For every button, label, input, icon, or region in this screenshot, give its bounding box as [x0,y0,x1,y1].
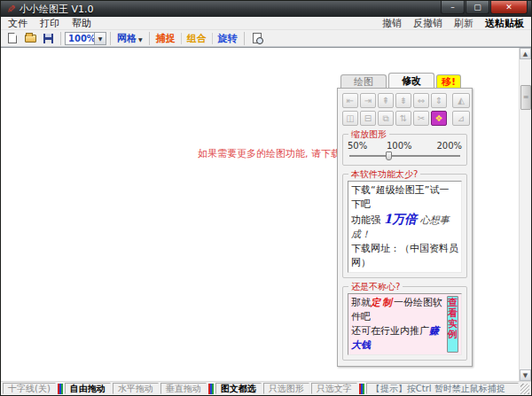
flip-horizontal-icon[interactable]: ⇔ [413,93,429,108]
view-examples-button[interactable]: 查看实例 [447,296,458,353]
align-bottom-icon[interactable]: ⇟ [395,93,411,108]
custom-text-box: 那就定制一份绘图软件吧 还可在行业内推广赚大钱 查看实例 [348,293,462,355]
open-file-button[interactable] [22,31,38,45]
grid-button[interactable]: 网格▼ [117,32,143,45]
menu-redo[interactable]: 反撤销 [413,17,442,30]
status-select-text[interactable]: 只选文字 [311,383,357,394]
promo-highlight: 1万倍 [384,212,418,226]
status-bar: 十字线(关) 自由拖动 水平拖动 垂直拖动 图文都选 只选图形 只选文字 【提示… [1,381,531,395]
toolbar-separator [244,32,245,45]
scale-slider[interactable] [348,151,462,160]
save-floppy-icon [43,34,53,43]
close-button[interactable]: ✕ [490,1,528,14]
status-drag-free[interactable]: 自由拖动 [65,383,111,394]
vertical-scrollbar[interactable]: ▲ ▼ [519,48,531,381]
swap-order-icon[interactable]: ⇅ [395,111,411,126]
menu-undo[interactable]: 撤销 [382,17,402,30]
custom-highlight-red: 定制 [371,297,394,308]
new-file-icon [8,33,17,43]
menu-refresh[interactable]: 刷新 [454,17,473,30]
color-separator-icon [58,384,63,394]
align-right-icon[interactable]: ⇥ [360,93,376,108]
toolbar-separator [60,32,61,45]
modify-buttons: ⇤⇥⇞⇟⇔⇕ ◫⊟⧉⇅✂❖ ◭⊿ [342,93,467,126]
promo-groupbox: 本软件功能太少? 下载“超级绘图王”试一下吧 功能强 1万倍 心想事成！ 下载网… [342,174,467,278]
slider-thumb[interactable] [386,151,392,160]
custom-group-title: 还是不称心? [348,281,403,293]
title-bar: ✎ 小小绘图王 V1.0 – ▢ ✕ [1,1,531,17]
save-button[interactable] [40,31,56,45]
color-tool-icon[interactable]: ❖ [431,111,447,126]
new-file-button[interactable] [4,31,20,45]
capture-toggle-button[interactable]: 捕捉 [156,32,176,45]
flip-vertical-icon[interactable]: ⇕ [431,93,447,108]
combine-button[interactable]: 组合 [187,32,207,45]
toolbar-separator [110,32,111,45]
promo-text-box: 下载“超级绘图王”试一下吧 功能强 1万倍 心想事成！ 下载网址：（中国资料员网… [348,181,462,273]
status-message: 【提示】按Ctrl 暂时禁止鼠标捕捉 [366,383,519,394]
align-top-icon[interactable]: ⇞ [378,93,394,108]
menu-print[interactable]: 打印 [40,17,59,30]
app-window: ✎ 小小绘图王 V1.0 – ▢ ✕ 文件 打印 帮助 撤销 反撤销 刷新 送粘… [0,0,532,396]
promo-line1: 下载“超级绘图王”试一下吧 [351,183,458,212]
chevron-down-icon[interactable]: ▼ [94,33,106,44]
resize-grip-icon[interactable] [520,384,529,394]
tab-modify[interactable]: 修改 [388,73,434,88]
scale-groupbox: 缩放图形 50% 100% 200% [342,134,467,166]
color-separator-icon [208,384,214,394]
custom-line2: 还可在行业内推广赚大钱 [351,324,444,353]
print-preview-button[interactable] [249,31,265,45]
stretch-height-icon[interactable]: ⊟ [360,111,376,126]
toolbar-separator [181,33,182,44]
status-drag-vertical[interactable]: 垂直拖动 [160,383,207,394]
align-left-icon[interactable]: ⇤ [342,93,358,108]
toolbar-separator [149,32,150,45]
status-crosshair[interactable]: 十字线(关) [3,383,56,394]
rotate-angle-icon[interactable]: ◭ [452,93,470,108]
tab-move[interactable]: 移! [436,74,461,88]
skew-icon[interactable]: ⊿ [452,111,470,126]
toolbar-separator [212,33,213,44]
color-separator-icon [359,384,364,394]
zoom-combobox[interactable]: 100% ▼ [65,32,106,45]
panel-body: ⇤⇥⇞⇟⇔⇕ ◫⊟⧉⇅✂❖ ◭⊿ 缩放图形 50% 100% 200% [337,88,473,367]
drawing-canvas[interactable]: 如果需要更多的绘图功能, 请下载“超级绘图王” 绘图 修改 移! ⇤⇥⇞⇟⇔⇕ … [1,47,531,381]
promo-group-title: 本软件功能太少? [348,168,420,181]
status-select-shape[interactable]: 只选图形 [263,383,309,394]
custom-groupbox: 还是不称心? 那就定制一份绘图软件吧 还可在行业内推广赚大钱 查看实例 [342,286,467,361]
slider-track [349,155,460,157]
cut-icon[interactable]: ✂ [413,111,429,126]
zoom-value: 100% [66,34,94,43]
custom-line1: 那就定制一份绘图软件吧 [351,296,444,324]
menu-help[interactable]: 帮助 [72,17,91,30]
promo-line3: 下载网址：（中国资料员网） [351,242,458,270]
scroll-down-button[interactable]: ▼ [520,369,531,381]
app-pen-icon: ✎ [4,4,17,13]
chevron-down-icon: ▼ [138,36,143,43]
menu-file[interactable]: 文件 [8,17,27,30]
scroll-up-button[interactable]: ▲ [520,48,531,59]
minimize-button[interactable]: – [441,1,465,14]
rotate-button[interactable]: 旋转 [218,32,238,45]
print-preview-icon [253,33,262,43]
menu-send-clipboard[interactable]: 送粘贴板 [485,17,524,30]
scale-mid-label: 100% [387,141,436,151]
equal-size-icon[interactable]: ⧉ [378,111,394,126]
open-folder-icon [25,35,36,43]
scale-max-label: 200% [436,141,462,151]
status-drag-horizontal[interactable]: 水平拖动 [113,383,159,394]
scale-min-label: 50% [348,141,387,151]
status-select-both[interactable]: 图文都选 [215,383,262,394]
scrollbar-thumb[interactable] [520,85,531,110]
tab-draw[interactable]: 绘图 [340,74,387,88]
toolbar: 100% ▼ 网格▼ 捕捉 组合 旋转 [1,30,531,47]
stretch-width-icon[interactable]: ◫ [342,111,358,126]
promo-line2: 功能强 1万倍 心想事成！ [351,212,458,242]
panel-tabs: 绘图 修改 移! [337,73,473,88]
window-title: 小小绘图王 V1.0 [20,3,94,16]
maximize-button[interactable]: ▢ [466,1,489,14]
scale-group-title: 缩放图形 [348,128,389,141]
tool-panel: 绘图 修改 移! ⇤⇥⇞⇟⇔⇕ ◫⊟⧉⇅✂❖ ◭⊿ 缩放图形 50% 100% [337,73,473,367]
menu-bar: 文件 打印 帮助 撤销 反撤销 刷新 送粘贴板 [1,17,531,30]
